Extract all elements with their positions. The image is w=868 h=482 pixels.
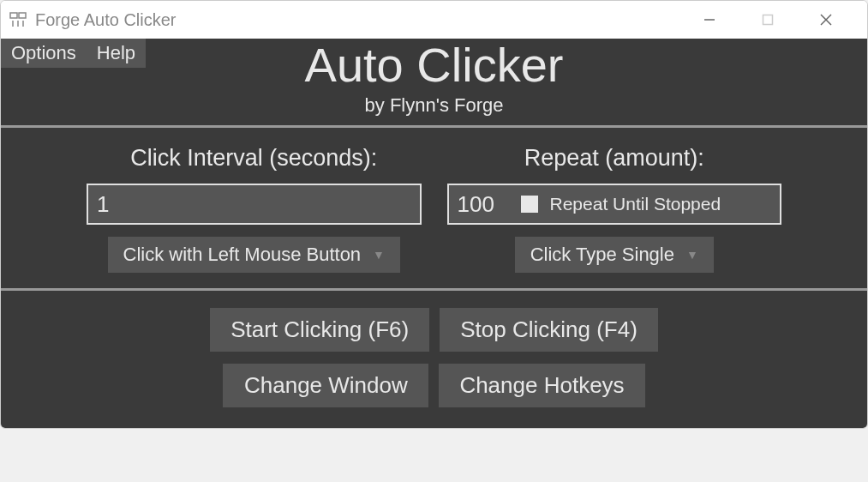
repeat-column: Repeat (amount): Repeat Until Stopped Cl… — [447, 145, 782, 273]
click-type-dropdown-label: Click Type Single — [530, 244, 674, 266]
repeat-until-stopped-checkbox[interactable] — [521, 196, 538, 213]
change-window-button[interactable]: Change Window — [223, 364, 428, 407]
interval-label: Click Interval (seconds): — [130, 145, 377, 172]
menubar: Options Help — [1, 39, 146, 68]
interval-column: Click Interval (seconds): Click with Lef… — [87, 145, 422, 273]
minimize-button[interactable] — [692, 7, 727, 33]
mouse-button-dropdown[interactable]: Click with Left Mouse Button ▼ — [108, 237, 400, 273]
window-title: Forge Auto Clicker — [35, 10, 692, 30]
click-type-dropdown[interactable]: Click Type Single ▼ — [515, 237, 714, 273]
repeat-until-stopped-label: Repeat Until Stopped — [550, 194, 721, 214]
mouse-button-dropdown-label: Click with Left Mouse Button — [123, 244, 362, 266]
start-clicking-button[interactable]: Start Clicking (F6) — [210, 308, 429, 352]
svg-rect-1 — [19, 13, 26, 18]
button-section: Start Clicking (F6) Stop Clicking (F4) C… — [1, 291, 867, 428]
repeat-box: Repeat Until Stopped — [447, 184, 782, 225]
button-row-2: Change Window Change Hotkeys — [223, 364, 644, 407]
window-controls — [692, 7, 860, 33]
change-hotkeys-button[interactable]: Change Hotkeys — [439, 364, 644, 407]
maximize-button[interactable] — [751, 7, 785, 33]
repeat-label: Repeat (amount): — [524, 145, 704, 172]
interval-input[interactable] — [87, 184, 422, 225]
titlebar: Forge Auto Clicker — [1, 1, 867, 39]
svg-rect-6 — [763, 15, 773, 25]
controls-section: Click Interval (seconds): Click with Lef… — [1, 128, 867, 291]
repeat-input[interactable] — [458, 191, 509, 218]
close-button[interactable] — [809, 7, 843, 33]
button-row-1: Start Clicking (F6) Stop Clicking (F4) — [210, 308, 658, 352]
menu-help[interactable]: Help — [87, 39, 146, 68]
app-body: Options Help Auto Clicker by Flynn's For… — [1, 39, 867, 428]
menu-options[interactable]: Options — [1, 39, 87, 68]
app-window: Forge Auto Clicker Options Help Auto Cli… — [0, 0, 868, 429]
chevron-down-icon: ▼ — [373, 248, 385, 262]
chevron-down-icon: ▼ — [686, 248, 698, 262]
app-icon — [8, 9, 28, 30]
svg-rect-0 — [10, 13, 17, 18]
stop-clicking-button[interactable]: Stop Clicking (F4) — [440, 308, 658, 352]
app-subtitle: by Flynn's Forge — [1, 94, 867, 117]
